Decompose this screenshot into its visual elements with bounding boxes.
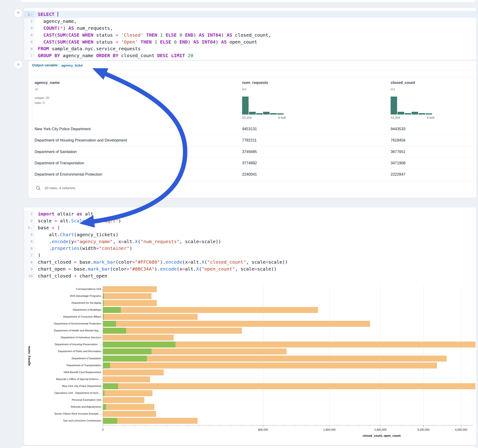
x-minor-tick — [199, 425, 199, 427]
code-text[interactable]: SELECT — [35, 11, 476, 18]
code-text[interactable]: base = ( — [35, 224, 476, 231]
output-panel: Output variable: agency_tickets agency_n… — [28, 60, 477, 198]
column-type: i64 — [242, 87, 246, 91]
code-line: 6 .properties(width="container") — [24, 245, 476, 252]
histogram-max: 9.5e6 — [278, 116, 286, 119]
output-variable-pill[interactable]: agency_tickets — [59, 62, 83, 68]
y-axis-title: agency_name — [27, 326, 31, 386]
cell-agency-name: Department of Housing Preservation and D… — [35, 135, 127, 146]
code-text[interactable]: CAST(SUM(CASE WHEN status = 'Closed' THE… — [35, 31, 476, 38]
bar-closed-count — [103, 286, 157, 292]
table-row: Department of Environmental Protection22… — [32, 169, 473, 180]
cell-closed-count: 2222847 — [391, 169, 405, 180]
y-axis-label: Department of Transportation — [24, 364, 101, 367]
histogram-bar — [405, 113, 411, 115]
add-cell-button[interactable]: + — [14, 8, 23, 18]
x-tick-label: 1,600,000 — [323, 428, 335, 431]
cell-num-requests: 7782211 — [242, 135, 257, 146]
previous-cell-edge — [20, 0, 476, 3]
histogram-bar — [419, 113, 425, 115]
code-line: 3 COUNT(*) AS num_requests, — [24, 25, 476, 31]
code-text[interactable]: import altair as alt — [35, 210, 476, 217]
code-text[interactable]: scale = alt.Scale(type="sqrt") — [35, 217, 476, 224]
y-axis-label: Department of Sanitation — [24, 357, 101, 360]
x-minor-tick — [306, 425, 306, 427]
column-name: agency_name — [35, 81, 60, 85]
code-line: 5 CAST(SUM(CASE WHEN status = 'Open' THE… — [24, 38, 476, 45]
histogram-range: 53,304 9.5e6 — [242, 116, 286, 119]
y-axis-label: Department of Consumer Affairs — [24, 315, 101, 318]
bar-open-count — [103, 356, 147, 361]
code-text[interactable]: agency_name, — [35, 18, 476, 25]
bar-open-count — [103, 328, 126, 334]
code-text[interactable]: .properties(width="container") — [35, 245, 476, 252]
histogram-range: 53,304 9.4e6 — [391, 116, 434, 119]
bar-open-count — [103, 418, 117, 424]
histogram-bar — [263, 112, 270, 115]
bar-closed-count — [103, 397, 144, 403]
x-minor-tick — [413, 425, 413, 427]
histogram-bar — [256, 113, 263, 115]
python-code-editor[interactable]: 1import altair as alt2scale = alt.Scale(… — [24, 207, 476, 279]
x-minor-tick — [177, 425, 178, 427]
bar-closed-count — [103, 369, 164, 375]
bar-open-count — [103, 300, 104, 306]
cell-agency-name: Department of Environmental Protection — [35, 169, 102, 180]
x-minor-tick — [135, 425, 135, 427]
fold-chevron-icon[interactable]: ⌄ — [30, 13, 32, 16]
x-minor-tick — [434, 425, 434, 427]
code-text[interactable]: COUNT(*) AS num_requests, — [35, 25, 476, 31]
output-variable-label: Output variable: — [32, 63, 59, 67]
notebook-page: { "app": {"background":"#edf0f4","arrow_… — [0, 0, 478, 448]
bar-closed-count — [103, 383, 475, 389]
output-variable-bar: Output variable: agency_tickets — [28, 61, 476, 70]
line-number: 3 — [24, 25, 35, 31]
cell-num-requests: 2240041 — [242, 169, 257, 180]
code-text[interactable]: alt.Chart(agency_tickets) — [35, 231, 476, 238]
histogram-bar — [277, 113, 284, 115]
x-minor-tick — [455, 425, 455, 427]
bar-open-count — [103, 321, 116, 327]
x-tick — [103, 425, 103, 427]
bar-open-count — [103, 348, 151, 355]
code-text[interactable]: .encode(y="agency_name", x=alt.X("num_re… — [35, 238, 476, 245]
x-tick — [461, 425, 461, 427]
code-line: 4 alt.Chart(agency_tickets) — [24, 231, 476, 238]
column-stat: unique: 20 — [35, 96, 49, 100]
bar-closed-count — [103, 411, 156, 417]
x-tick — [263, 425, 263, 427]
bar-open-count — [103, 307, 121, 313]
column-name: closed_count — [391, 81, 415, 85]
histogram-bar — [426, 113, 432, 115]
code-line: 3⌄base = ( — [24, 224, 476, 231]
code-text[interactable]: chart_open = base.mark_bar(color="#8BC34… — [35, 266, 476, 272]
add-cell-button[interactable]: + — [14, 60, 23, 69]
x-minor-tick — [370, 425, 370, 427]
y-axis-label: DHS Advantage Programs — [24, 294, 101, 297]
fold-chevron-icon[interactable]: ⌄ — [30, 226, 32, 229]
code-line: 2 agency_name, — [24, 18, 476, 25]
x-tick — [329, 425, 330, 427]
line-number: 9 — [24, 266, 35, 272]
x-tick-label: 3,200,000 — [417, 428, 429, 431]
code-text[interactable]: ) — [35, 252, 476, 259]
row-count-label: 20 rows, 4 columns — [44, 186, 75, 190]
x-minor-tick — [156, 425, 157, 427]
sql-code-editor[interactable]: 1⌄SELECT 2 agency_name,3 COUNT(*) AS num… — [24, 8, 476, 59]
code-text[interactable]: GROUP BY agency_name ORDER BY closed_cou… — [35, 52, 476, 59]
histogram-bar — [242, 97, 249, 115]
x-minor-tick — [124, 425, 125, 427]
sql-cell: 1⌄SELECT 2 agency_name,3 COUNT(*) AS num… — [24, 8, 477, 60]
histogram-bar — [249, 112, 256, 115]
code-line: 7) — [24, 252, 476, 259]
search-icon[interactable] — [36, 186, 41, 191]
table-row: New York City Police Department945313194… — [32, 123, 473, 135]
x-tick-label: 800,000 — [258, 428, 268, 431]
table-row: Department of Sanitation37494853677651 — [32, 146, 473, 157]
cell-agency-name: Department of Transportation — [35, 157, 84, 168]
line-number: 3⌄ — [24, 224, 35, 231]
line-number: 2 — [24, 18, 35, 25]
code-text[interactable]: chart_closed = base.mark_bar(color="#FFC… — [35, 259, 476, 266]
code-text[interactable]: CAST(SUM(CASE WHEN status = 'Open' THEN … — [35, 38, 476, 45]
code-text[interactable]: FROM sample_data.nyc.service_requests — [35, 45, 476, 52]
